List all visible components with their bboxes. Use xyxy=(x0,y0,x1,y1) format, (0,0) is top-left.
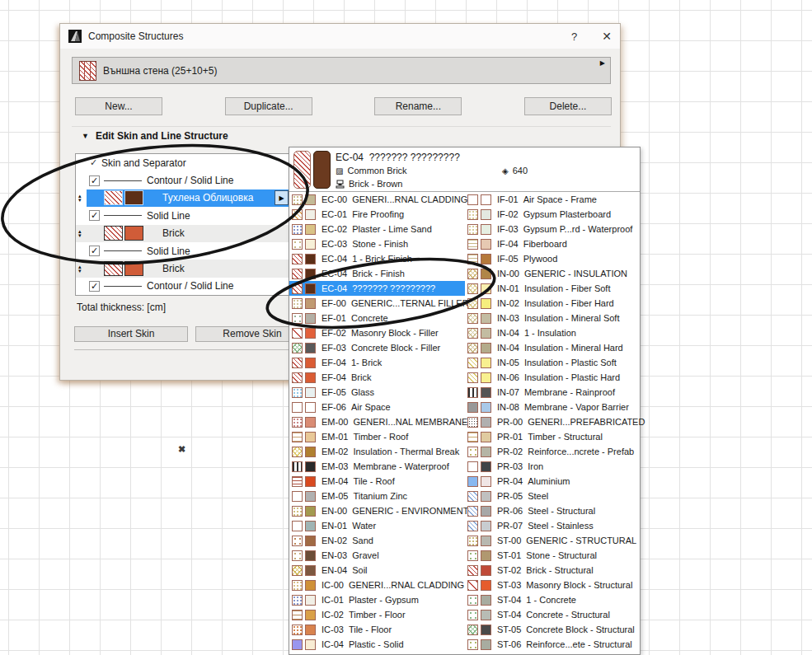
material-list-item[interactable]: IC-01Plaster - Gypsum xyxy=(289,592,465,607)
reorder-handle-icon[interactable]: ▴▾ xyxy=(78,264,82,273)
material-list-item[interactable]: PR-06Steel - Structural xyxy=(465,503,641,518)
close-icon[interactable]: ✕ xyxy=(602,30,612,43)
skin-list-row[interactable]: ✓ Solid Line xyxy=(76,207,290,224)
delete-button[interactable]: Delete... xyxy=(524,97,612,115)
material-list-item[interactable]: IN-08Membrane - Vapor Barrier xyxy=(465,400,641,414)
material-list-item[interactable]: EC-00GENERI...RNAL CLADDING xyxy=(289,192,465,207)
material-list-item[interactable]: EC-04??????? ????????? xyxy=(289,281,465,296)
material-list-item[interactable]: EF-02Masonry Block - Filler xyxy=(289,325,465,340)
material-list-item[interactable]: EN-01Water xyxy=(289,518,465,533)
material-list-item[interactable]: IF-04Fiberboard xyxy=(465,236,641,251)
reorder-handle-icon[interactable]: ▴▾ xyxy=(78,194,82,202)
check-icon: ✓ xyxy=(90,157,97,168)
edit-skin-section-header[interactable]: ▼ Edit Skin and Line Structure xyxy=(72,126,611,144)
skin-list-row[interactable]: ▴▾ Brick xyxy=(76,260,290,277)
skin-list-row[interactable]: ✓ Solid Line xyxy=(76,242,290,260)
material-list-item[interactable]: IC-00GENERI...RNAL CLADDING xyxy=(289,578,465,592)
material-list-item[interactable]: IN-00GENERIC - INSULATION xyxy=(465,266,641,281)
material-list-item[interactable]: EC-01Fire Proofing xyxy=(289,207,465,222)
skin-list-row[interactable]: ▴▾ Тухлена Облицовка ▶ xyxy=(76,189,290,207)
skin-list-row[interactable]: ▴▾ Brick xyxy=(76,225,290,242)
material-color-swatch xyxy=(481,417,491,428)
material-list-item[interactable]: EF-01Concrete xyxy=(289,311,465,325)
material-list-item[interactable]: PR-03Iron xyxy=(465,459,641,474)
flyout-arrow-icon[interactable]: ▶ xyxy=(600,59,605,67)
material-list-item[interactable]: IN-041 - Insulation xyxy=(465,325,641,340)
material-list-item[interactable]: IN-07Membrane - Rainproof xyxy=(465,385,641,400)
separator-checkbox[interactable]: ✓ xyxy=(89,175,100,186)
skin-flyout-button[interactable]: ▶ xyxy=(275,190,289,205)
material-list-item[interactable]: PR-07Steel - Stainless xyxy=(465,518,641,533)
skin-list-row[interactable]: ✓ Skin and Separator xyxy=(76,154,290,171)
material-list-item[interactable]: IC-03Tile - Floor xyxy=(289,622,465,637)
material-list-item[interactable]: EN-03Gravel xyxy=(289,548,465,563)
separator-checkbox[interactable]: ✓ xyxy=(89,246,100,256)
new-button[interactable]: New... xyxy=(75,97,162,115)
material-list-item[interactable]: EM-05Titanium Zinc xyxy=(289,489,465,503)
material-list-item[interactable]: ST-041 - Concrete xyxy=(465,592,641,607)
material-list-item[interactable]: EM-01Timber - Roof xyxy=(289,429,465,444)
skin-list-row[interactable]: ✓ Contour / Solid Line xyxy=(76,278,290,295)
skin-name-label: Brick xyxy=(162,263,185,274)
material-list-item[interactable]: PR-00GENERI...PREFABRICATED xyxy=(465,414,641,429)
material-list-item[interactable]: ST-00GENERIC - STRUCTURAL xyxy=(465,533,641,548)
duplicate-button[interactable]: Duplicate... xyxy=(225,97,312,115)
material-list-item[interactable]: PR-04Aluminium xyxy=(465,474,641,489)
material-list-item[interactable]: EF-03Concrete Block - Filler xyxy=(289,340,465,355)
skin-fill-swatch xyxy=(104,261,123,276)
material-list-item[interactable]: EF-05Glass xyxy=(289,385,465,400)
material-list-item[interactable]: EN-04Soil xyxy=(289,563,465,578)
material-list-item[interactable]: IC-04Plastic - Solid xyxy=(289,637,465,652)
material-list-item[interactable]: ST-02Brick - Structural xyxy=(465,563,641,578)
material-list-item[interactable]: EC-04Brick - Finish xyxy=(289,266,465,281)
help-button[interactable]: ? xyxy=(571,30,577,43)
material-pattern-swatch xyxy=(467,283,478,294)
material-list-item[interactable]: IN-04Insulation - Mineral Hard xyxy=(465,340,641,355)
skin-list-row[interactable]: ✓ Contour / Solid Line xyxy=(76,171,290,189)
separator-checkbox[interactable]: ✓ xyxy=(89,281,100,292)
composite-selector[interactable]: Външна стена (25+10+5) ▶ xyxy=(72,57,611,84)
insert-skin-button[interactable]: Insert Skin xyxy=(74,326,188,342)
rename-button[interactable]: Rename... xyxy=(374,97,462,115)
material-list-item[interactable]: ST-06Reinforce...ete - Structural xyxy=(465,637,641,652)
material-pattern-swatch xyxy=(292,194,303,205)
line-sample xyxy=(104,250,142,251)
material-list-item[interactable]: IN-01Insulation - Fiber Soft xyxy=(465,281,641,296)
material-list-item[interactable]: IF-02Gypsum Plasterboard xyxy=(465,207,641,222)
material-list-item[interactable]: EC-03Stone - Finish xyxy=(289,236,465,251)
material-color-swatch xyxy=(305,402,316,413)
material-list-item[interactable]: EM-00GENERI...NAL MEMBRANE xyxy=(289,414,465,429)
material-list-item[interactable]: IC-02Timber - Floor xyxy=(289,607,465,622)
material-list-item[interactable]: EM-02Insulation - Thermal Break xyxy=(289,444,465,459)
material-list-item[interactable]: EC-041 - Brick Finish xyxy=(289,251,465,266)
material-pattern-swatch xyxy=(467,580,478,591)
material-list-item[interactable]: EF-00GENERIC...TERNAL FILLER xyxy=(289,296,465,311)
separator-checkbox[interactable]: ✓ xyxy=(89,210,100,221)
material-list-item[interactable]: EN-00GENERIC - ENVIRONMENT xyxy=(289,503,465,518)
material-list-item[interactable]: PR-01Timber - Structural xyxy=(465,429,641,444)
material-color-swatch xyxy=(305,298,316,309)
material-list-item[interactable]: PR-05Steel xyxy=(465,489,641,503)
material-list-item[interactable]: IF-01Air Space - Frame xyxy=(465,192,641,207)
material-list-item[interactable]: IN-06Insulation - Plastic Hard xyxy=(465,370,641,385)
material-list-item[interactable]: ST-04Concrete - Structural xyxy=(465,607,641,622)
material-list-item[interactable]: IF-05Plywood xyxy=(465,251,641,266)
material-list-item[interactable]: EC-02Plaster - Lime Sand xyxy=(289,222,465,236)
material-list-item[interactable]: EF-041- Brick xyxy=(289,355,465,370)
material-list-item[interactable]: EM-04Tile - Roof xyxy=(289,474,465,489)
material-list-item[interactable]: PR-02Reinforce...ncrete - Prefab xyxy=(465,444,641,459)
material-list-item[interactable]: ST-03Masonry Block - Structural xyxy=(465,578,641,592)
material-list-item[interactable]: IF-03Gypsum P...rd - Waterproof xyxy=(465,222,641,236)
material-list-item[interactable]: EF-04Brick xyxy=(289,370,465,385)
material-list-item[interactable]: IN-02Insulation - Fiber Hard xyxy=(465,296,641,311)
dialog-titlebar[interactable]: Composite Structures ? ✕ xyxy=(60,24,620,49)
material-list-item[interactable]: ST-01Stone - Structural xyxy=(465,548,641,563)
material-name: Membrane - Waterproof xyxy=(353,461,448,471)
material-list-item[interactable]: IN-03Insulation - Mineral Soft xyxy=(465,311,641,325)
material-list-item[interactable]: IN-05Insulation - Plastic Soft xyxy=(465,355,641,370)
material-list-item[interactable]: EF-06Air Space xyxy=(289,400,465,414)
material-list-item[interactable]: EM-03Membrane - Waterproof xyxy=(289,459,465,474)
reorder-handle-icon[interactable]: ▴▾ xyxy=(78,229,82,237)
material-list-item[interactable]: EN-02Sand xyxy=(289,533,465,548)
material-list-item[interactable]: ST-05Concrete Block - Structural xyxy=(465,622,641,637)
